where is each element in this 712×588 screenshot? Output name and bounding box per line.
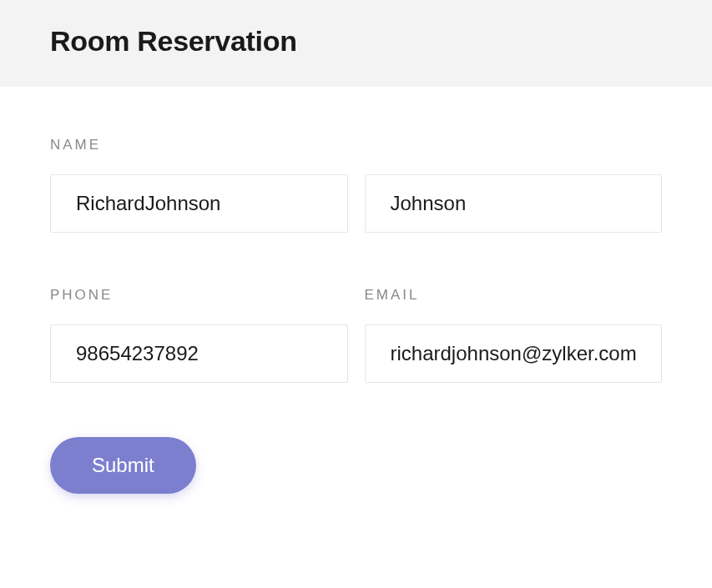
email-input[interactable] bbox=[365, 324, 663, 383]
last-name-input[interactable] bbox=[365, 174, 663, 233]
name-row bbox=[50, 174, 662, 233]
phone-group: PHONE bbox=[50, 287, 348, 383]
name-group: NAME bbox=[50, 137, 662, 287]
page-title: Room Reservation bbox=[50, 25, 662, 58]
phone-input[interactable] bbox=[50, 324, 348, 383]
submit-button[interactable]: Submit bbox=[50, 437, 196, 494]
email-label: EMAIL bbox=[365, 287, 663, 304]
first-name-col bbox=[50, 174, 348, 233]
email-group: EMAIL bbox=[365, 287, 663, 383]
phone-label: PHONE bbox=[50, 287, 348, 304]
name-label: NAME bbox=[50, 137, 662, 153]
contact-row: PHONE EMAIL bbox=[50, 287, 662, 383]
first-name-input[interactable] bbox=[50, 174, 348, 233]
page-header: Room Reservation bbox=[0, 0, 712, 87]
form-content: NAME PHONE EMAIL Submit bbox=[0, 87, 712, 527]
last-name-col bbox=[365, 174, 663, 233]
